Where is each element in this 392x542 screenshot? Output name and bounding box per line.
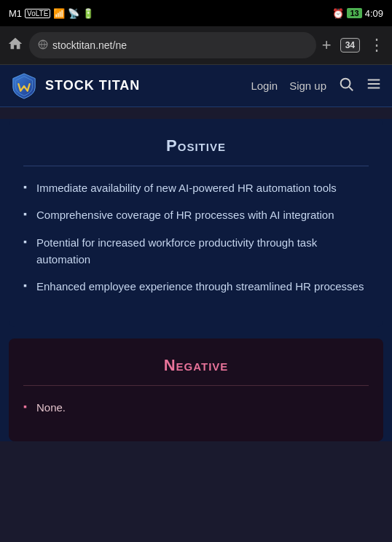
battery-icon: 🔋 — [82, 8, 94, 19]
svg-line-3 — [349, 87, 353, 90]
home-button[interactable] — [7, 36, 23, 55]
volte-badge: VoLTE — [25, 9, 50, 18]
menu-icon[interactable] — [366, 76, 382, 96]
positive-title: Positive — [23, 136, 369, 155]
wifi-icon: 📡 — [68, 8, 79, 19]
positive-section: Positive Immediate availability of new A… — [9, 119, 383, 327]
brand-name: STOCK TITAN — [45, 78, 140, 93]
battery-percent: 13 — [347, 8, 361, 18]
list-item: Comprehensive coverage of HR processes w… — [23, 206, 369, 223]
positive-divider — [23, 166, 369, 166]
positive-list: Immediate availability of new AI-powered… — [23, 179, 369, 295]
list-item: Potential for increased workforce produc… — [23, 234, 369, 268]
more-menu-button[interactable]: ⋮ — [369, 36, 385, 55]
carrier-label: M1 — [9, 8, 22, 19]
url-text: stocktitan.net/ne — [52, 39, 127, 51]
clock: 4:09 — [365, 8, 383, 19]
negative-section: Negative None. — [9, 338, 383, 441]
negative-title: Negative — [23, 356, 369, 375]
navbar: STOCK TITAN Login Sign up — [0, 65, 392, 107]
add-tab-button[interactable]: + — [322, 36, 332, 55]
login-link[interactable]: Login — [251, 80, 278, 92]
status-left: M1 VoLTE 📶 📡 🔋 — [9, 8, 94, 19]
browser-actions: + 34 ⋮ — [322, 36, 385, 55]
site-security-icon — [38, 39, 48, 52]
navbar-actions: Login Sign up — [251, 76, 382, 96]
tabs-count[interactable]: 34 — [340, 38, 360, 53]
status-right: ⏰ 13 4:09 — [332, 8, 383, 19]
list-item: Enhanced employee experience through str… — [23, 278, 369, 295]
signup-link[interactable]: Sign up — [289, 80, 326, 92]
address-bar[interactable]: stocktitan.net/ne — [29, 32, 316, 58]
signal-icon: 📶 — [53, 8, 65, 19]
list-item: None. — [23, 399, 369, 416]
alarm-icon: ⏰ — [332, 8, 344, 19]
svg-point-2 — [341, 79, 350, 88]
browser-chrome: stocktitan.net/ne + 34 ⋮ — [0, 26, 392, 65]
negative-divider — [23, 385, 369, 386]
status-bar: M1 VoLTE 📶 📡 🔋 ⏰ 13 4:09 — [0, 0, 392, 26]
negative-list: None. — [23, 399, 369, 416]
search-icon[interactable] — [338, 76, 354, 96]
main-content: Positive Immediate availability of new A… — [0, 119, 392, 441]
brand-logo — [10, 72, 38, 100]
list-item: Immediate availability of new AI-powered… — [23, 179, 369, 196]
brand: STOCK TITAN — [10, 72, 140, 100]
